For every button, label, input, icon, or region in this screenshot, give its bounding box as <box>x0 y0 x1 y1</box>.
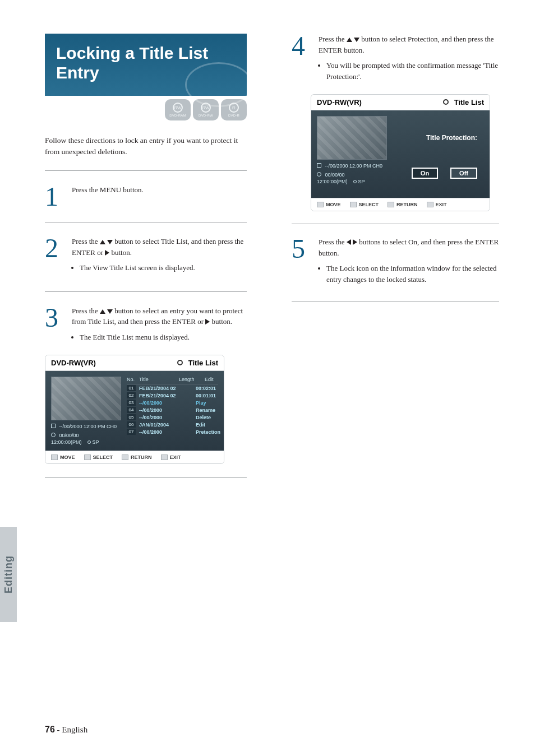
divider <box>45 170 247 171</box>
list-row: 06JAN/01/2004Edit <box>127 421 218 428</box>
arrow-down-icon <box>354 38 359 42</box>
list-row: 04--/00/2000Rename <box>127 406 218 414</box>
info-line: --/00/2000 12:00 PM CH0 <box>317 163 387 169</box>
col-length: Length <box>179 377 201 382</box>
square-icon <box>51 424 56 428</box>
step-1: 1 Press the MENU button. <box>45 184 247 208</box>
osd-header-left: DVD-RW(VR) <box>317 98 362 106</box>
badge-label: DVD-R <box>228 114 239 117</box>
arrow-right-icon <box>205 319 210 324</box>
step-number: 2 <box>45 236 64 278</box>
osd-footer: MOVE SELECT RETURN EXIT <box>45 451 224 463</box>
col-no: No. <box>127 377 136 382</box>
nav-icon <box>317 202 324 207</box>
step-2: 2 Press the button to select Title List,… <box>45 236 247 278</box>
badge-label: DVD-RW <box>199 114 213 117</box>
osd-header-left: DVD-RW(VR) <box>51 359 96 367</box>
info-line: --/00/2000 12:00 PM CH0 <box>51 424 121 429</box>
list-row: 02FEB/21/2004 0200:01:01 <box>127 392 218 399</box>
protection-label: Title Protection: <box>426 134 477 142</box>
divider <box>45 291 247 292</box>
badge-dvd-ram: RW DVD-RAM <box>165 99 191 120</box>
step-text: Press the <box>72 307 100 315</box>
step-number: 1 <box>45 184 64 208</box>
step-number: 3 <box>45 305 64 347</box>
list-row: 01FEB/21/2004 0200:02:01 <box>127 384 218 392</box>
osd-header: DVD-RW(VR) Title List <box>311 95 490 110</box>
disc-icon <box>443 99 449 105</box>
step-body: Press the button to select Title List, a… <box>72 236 247 278</box>
osd-header: DVD-RW(VR) Title List <box>45 355 224 371</box>
osd-header-right: Title List <box>443 98 484 106</box>
return-icon <box>388 202 394 207</box>
page-footer: 76 - English <box>45 725 87 735</box>
step-text: Press the <box>319 35 347 43</box>
badge-icon: RW <box>173 103 183 113</box>
arrow-down-icon <box>107 309 113 314</box>
return-icon <box>122 454 128 460</box>
arrow-down-icon <box>107 240 113 244</box>
step-text: Press the MENU button. <box>72 185 144 194</box>
step-bullet: You will be prompted with the confirmati… <box>326 60 499 82</box>
divider <box>292 302 499 302</box>
arrow-up-icon <box>100 309 105 314</box>
info-line: 00/00/00 <box>317 172 387 178</box>
step-text: Press the <box>319 238 347 246</box>
step-4: 4 Press the button to select Protection,… <box>292 34 499 86</box>
step-3: 3 Press the button to select an entry yo… <box>45 305 247 347</box>
nav-icon <box>51 454 58 460</box>
osd-title-list: DVD-RW(VR) Title List --/00/2000 12:00 P… <box>45 355 224 464</box>
step-text: button. <box>212 317 232 326</box>
exit-icon <box>427 202 433 207</box>
protection-on-button[interactable]: On <box>412 168 438 179</box>
arrow-left-icon <box>347 239 351 245</box>
page-number: 76 <box>45 725 55 734</box>
osd-header-right: Title List <box>177 359 218 367</box>
exit-icon <box>161 454 168 460</box>
col-title: Title <box>139 377 176 382</box>
divider <box>292 224 499 224</box>
osd-protection: DVD-RW(VR) Title List --/00/2000 12:00 P… <box>311 94 490 211</box>
disc-icon <box>177 360 183 365</box>
info-time: 12:00:00(PM) SP <box>317 179 387 184</box>
step-body: Press the button to select Protection, a… <box>319 34 499 86</box>
osd-footer: MOVE SELECT RETURN EXIT <box>311 198 490 211</box>
step-body: Press the MENU button. <box>72 184 247 208</box>
divider <box>45 477 247 478</box>
protection-off-button[interactable]: Off <box>450 168 477 179</box>
step-bullet: The Lock icon on the information window … <box>326 263 499 285</box>
step-text: button. <box>111 248 131 257</box>
list-row: 03--/00/2000Play <box>127 399 218 406</box>
step-number: 5 <box>292 236 311 289</box>
col-edit: Edit <box>205 377 218 382</box>
step-number: 4 <box>292 34 311 86</box>
badge-label: DVD-RAM <box>169 114 186 117</box>
title-list: No. Title Length Edit 01FEB/21/2004 0200… <box>127 377 218 445</box>
info-time: 12:00:00(PM) SP <box>51 439 121 445</box>
step-5: 5 Press the buttons to select On, and th… <box>292 236 499 289</box>
clock-icon <box>51 433 56 437</box>
arrow-up-icon <box>100 240 105 244</box>
step-bullet: The View Title List screen is displayed. <box>80 262 247 273</box>
arrow-right-icon <box>105 250 109 256</box>
ok-icon <box>350 202 357 207</box>
section-title-box: Locking a Title List Entry <box>45 34 247 96</box>
arrow-up-icon <box>347 38 352 42</box>
record-dot-icon <box>87 440 91 444</box>
list-row: 07--/00/2000Pretection <box>127 428 218 435</box>
ok-icon <box>84 454 91 460</box>
divider <box>45 222 247 222</box>
intro-text: Follow these directions to lock an entry… <box>45 135 247 157</box>
preview-thumbnail <box>51 377 121 420</box>
decor-circles <box>185 62 252 107</box>
preview-thumbnail <box>317 116 387 160</box>
step-bullet: The Edit Title List menu is displayed. <box>80 332 247 343</box>
step-body: Press the button to select an entry you … <box>72 305 247 347</box>
step-text: Press the <box>72 237 100 245</box>
step-body: Press the buttons to select On, and then… <box>319 236 499 289</box>
list-row: 05--/00/2000Delete <box>127 414 218 421</box>
square-icon <box>317 163 321 168</box>
page-language: - English <box>57 725 88 734</box>
info-line: 00/00/00 <box>51 433 121 438</box>
record-dot-icon <box>353 180 357 183</box>
